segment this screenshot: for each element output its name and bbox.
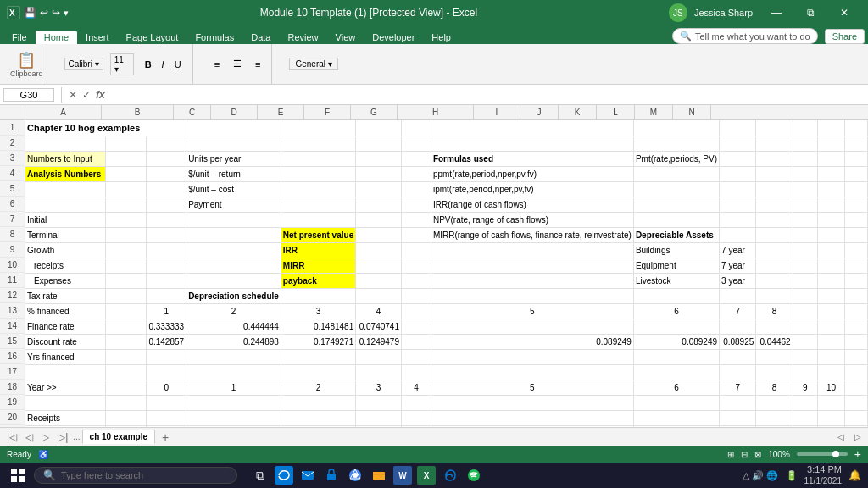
col-B[interactable]: B <box>102 105 174 119</box>
cell-E14[interactable]: 0.1481481 <box>281 319 355 334</box>
sheet-tab-ch10[interactable]: ch 10 example <box>82 430 155 444</box>
align-center-btn[interactable]: ☰ <box>229 56 246 72</box>
cell-A2[interactable] <box>25 136 105 151</box>
cell-D4[interactable]: $/unit – return <box>186 166 281 181</box>
cell-D15[interactable]: 0.244898 <box>186 334 281 349</box>
cell-A3[interactable]: Numbers to Input <box>25 151 105 166</box>
col-N[interactable]: N <box>673 105 711 119</box>
cell-F18[interactable]: 3 <box>356 380 402 395</box>
start-btn[interactable] <box>5 463 31 488</box>
cell-C13[interactable]: 1 <box>147 303 186 319</box>
tab-view[interactable]: View <box>327 30 364 44</box>
cell-I15[interactable]: 0.089249 <box>633 334 719 349</box>
font-size[interactable]: 11 ▾ <box>110 53 134 75</box>
cell-F13[interactable]: 4 <box>356 303 402 319</box>
cell-N1[interactable] <box>845 120 868 136</box>
restore-btn[interactable]: ⧉ <box>793 0 827 25</box>
cell-J13[interactable]: 7 <box>720 303 756 319</box>
taskbar-taskview[interactable]: ⧉ <box>251 466 270 485</box>
cell-I9[interactable]: Buildings <box>633 242 719 258</box>
cell-I13[interactable]: 6 <box>633 303 719 319</box>
cell-A4[interactable]: Analysis Numbers <box>25 166 105 181</box>
col-C[interactable]: C <box>174 105 211 119</box>
minimize-btn[interactable]: — <box>760 0 793 25</box>
taskbar-excel-icon[interactable]: X <box>417 466 436 485</box>
cell-A10[interactable]: receipts <box>25 258 105 273</box>
cell-I11[interactable]: Livestock <box>633 273 719 288</box>
cell-F15[interactable]: 0.1249479 <box>356 334 402 349</box>
cell-L1[interactable] <box>793 120 817 136</box>
align-left-btn[interactable]: ≡ <box>210 57 224 72</box>
bold-btn[interactable]: B <box>141 58 156 71</box>
cell-D5[interactable]: $/unit – cost <box>186 181 281 197</box>
cell-D3[interactable]: Units per year <box>186 151 281 166</box>
cell-H4[interactable]: ppmt(rate,period,nper,pv,fv) <box>431 166 633 181</box>
taskbar-spotify-icon[interactable] <box>465 466 483 485</box>
taskbar-store-icon[interactable] <box>322 466 341 485</box>
font-name[interactable]: Calibri ▾ <box>64 58 103 70</box>
cell-D18[interactable]: 1 <box>186 380 281 395</box>
taskbar-explorer-icon[interactable] <box>370 466 388 485</box>
zoom-slider[interactable] <box>797 452 848 456</box>
tab-help[interactable]: Help <box>423 30 459 44</box>
cell-M18[interactable]: 10 <box>818 380 845 395</box>
taskbar-edge-icon[interactable] <box>275 466 293 485</box>
tell-me-box[interactable]: 🔍 Tell me what you want to do <box>672 28 818 44</box>
undo-btn[interactable]: ↩ <box>40 7 48 19</box>
cell-reference[interactable]: G30 <box>3 88 54 102</box>
tab-formulas[interactable]: Formulas <box>186 30 242 44</box>
number-format[interactable]: General ▾ <box>289 58 337 70</box>
cell-H13[interactable]: 5 <box>431 303 633 319</box>
cell-H5[interactable]: ipmt(rate,period,nper,pv,fv) <box>431 181 633 197</box>
view-layout-btn[interactable]: ⊟ <box>741 450 748 459</box>
cell-A7[interactable]: Initial <box>25 212 105 227</box>
tab-file[interactable]: File <box>3 30 36 44</box>
cell-H15[interactable]: 0.089249 <box>431 334 633 349</box>
underline-btn[interactable]: U <box>170 58 186 71</box>
cell-C14[interactable]: 0.333333 <box>147 319 186 334</box>
col-L[interactable]: L <box>597 105 635 119</box>
cell-E15[interactable]: 0.1749271 <box>281 334 355 349</box>
confirm-formula-icon[interactable]: ✓ <box>82 89 91 101</box>
col-M[interactable]: M <box>635 105 673 119</box>
col-I[interactable]: I <box>474 105 520 119</box>
cell-G1[interactable] <box>401 120 431 136</box>
cell-H3[interactable]: Formulas used <box>431 151 633 166</box>
cell-K1[interactable] <box>756 120 793 136</box>
cell-I1[interactable] <box>633 120 719 136</box>
view-page-break-btn[interactable]: ⊠ <box>754 450 761 459</box>
cell-H8[interactable]: MIRR(range of cash flows, finance rate, … <box>431 227 633 242</box>
cell-J1[interactable] <box>720 120 756 136</box>
italic-btn[interactable]: I <box>158 58 169 71</box>
window-controls[interactable]: — ⧉ ✕ <box>760 0 861 25</box>
cell-D1[interactable] <box>186 120 281 136</box>
scroll-right-btn[interactable]: ▷ <box>851 432 865 441</box>
col-G[interactable]: G <box>351 105 398 119</box>
cell-J18[interactable]: 7 <box>720 380 756 395</box>
view-normal-btn[interactable]: ⊞ <box>727 450 734 459</box>
cell-J9[interactable]: 7 year <box>720 242 756 258</box>
insert-function-icon[interactable]: fx <box>96 89 105 101</box>
cell-K18[interactable]: 8 <box>756 380 793 395</box>
add-sheet-btn[interactable]: + <box>157 429 174 446</box>
cell-D14[interactable]: 0.444444 <box>186 319 281 334</box>
sheet-nav-next[interactable]: ▷ <box>38 431 53 443</box>
cell-D12[interactable]: Depreciation schedule <box>186 288 281 303</box>
cell-A14[interactable]: Finance rate <box>25 319 105 334</box>
cell-A8[interactable]: Terminal <box>25 227 105 242</box>
cell-A1[interactable]: Chapter 10 hog examples <box>25 120 186 136</box>
scroll-left-btn[interactable]: ◁ <box>834 432 848 441</box>
notification-btn[interactable]: 🔔 <box>849 469 861 481</box>
cell-K15[interactable]: 0.04462 <box>756 334 793 349</box>
col-D[interactable]: D <box>211 105 258 119</box>
taskbar-chrome-icon[interactable] <box>346 466 364 485</box>
close-btn[interactable]: ✕ <box>827 0 861 25</box>
tab-page-layout[interactable]: Page Layout <box>118 30 187 44</box>
cell-F14[interactable]: 0.0740741 <box>356 319 402 334</box>
quick-access-save[interactable]: 💾 <box>24 7 36 19</box>
sheet-nav-last[interactable]: ▷| <box>54 431 71 443</box>
cell-H18[interactable]: 5 <box>431 380 633 395</box>
share-button[interactable]: Share <box>825 29 865 44</box>
cell-F1[interactable] <box>356 120 402 136</box>
taskbar-word-icon[interactable]: W <box>393 466 412 485</box>
